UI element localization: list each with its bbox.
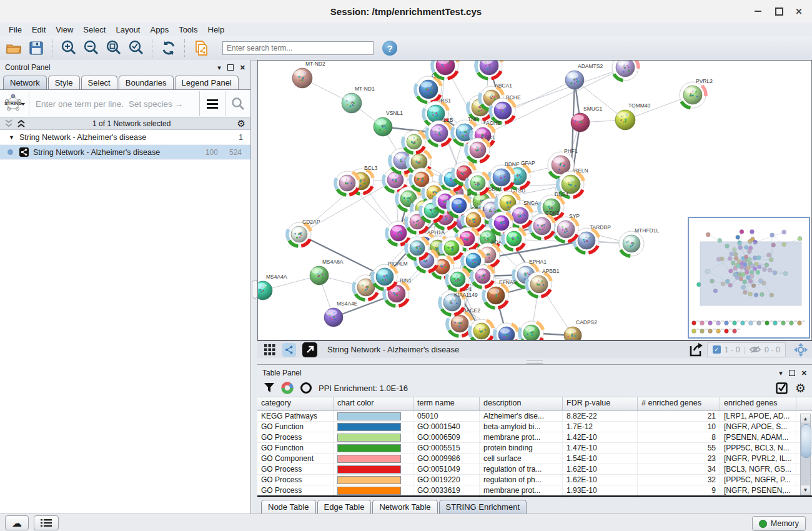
column-header-enriched-genes[interactable]: enriched genes: [720, 397, 796, 410]
network-node-ms4a6a[interactable]: MS4A6A: [310, 259, 344, 285]
float-panel-icon[interactable]: [227, 64, 234, 71]
network-node-tomm40[interactable]: TOMM40: [615, 102, 651, 130]
string-query-input[interactable]: Enter one term per line.: [29, 99, 129, 109]
close-button[interactable]: ✕: [791, 5, 807, 17]
network-node[interactable]: [447, 268, 469, 290]
memory-button[interactable]: Memory: [752, 516, 806, 531]
table-settings-gear-icon[interactable]: ⚙: [795, 381, 806, 395]
export-network-button[interactable]: [687, 341, 705, 359]
enrichment-row[interactable]: GO FunctionGO:0005515protein binding1.47…: [257, 443, 812, 454]
birds-eye-view[interactable]: [688, 217, 810, 339]
set-species-hint[interactable]: Set species →: [129, 99, 199, 109]
open-file-button[interactable]: [5, 39, 22, 57]
menu-select[interactable]: Select: [78, 24, 111, 36]
table-panel-menu-icon[interactable]: ▾: [779, 369, 783, 377]
menu-layout[interactable]: Layout: [111, 24, 145, 36]
table-float-icon[interactable]: [789, 370, 795, 376]
table-tab-edge-table[interactable]: Edge Table: [317, 500, 372, 514]
column-header-category[interactable]: category: [257, 397, 334, 410]
task-history-button[interactable]: [34, 515, 59, 530]
tab-legend-panel[interactable]: Legend Panel: [175, 76, 239, 89]
enrichment-row[interactable]: GO ComponentGO:0009986cell surface1.54E-…: [257, 454, 812, 464]
close-panel-icon[interactable]: ✕: [240, 64, 245, 72]
network-node[interactable]: [472, 265, 494, 287]
zoom-selected-button[interactable]: [127, 39, 145, 57]
grid-view-button[interactable]: [261, 341, 279, 359]
table-scrollbar[interactable]: ▲ ▼: [800, 414, 811, 495]
refresh-network-button[interactable]: [160, 39, 177, 57]
network-node[interactable]: [467, 172, 489, 194]
string-options-button[interactable]: [199, 91, 225, 116]
menu-view[interactable]: View: [51, 24, 78, 36]
column-header-fdr-p-value[interactable]: FDR p-value: [563, 397, 638, 410]
network-node-vsnl1[interactable]: VSNL1: [374, 110, 403, 136]
tab-select[interactable]: Select: [81, 76, 117, 89]
scrollbar-thumb[interactable]: [801, 424, 811, 458]
network-node[interactable]: [520, 321, 543, 340]
network-node[interactable]: [335, 171, 359, 195]
menu-help[interactable]: Help: [203, 24, 230, 36]
tab-style[interactable]: Style: [48, 76, 80, 89]
panel-menu-icon[interactable]: ▾: [217, 64, 221, 72]
menu-file[interactable]: File: [4, 24, 27, 36]
network-node-tardbp[interactable]: TARDBP: [574, 224, 611, 253]
enrichment-row[interactable]: GO ProcessGO:0019220regulation of ph...1…: [257, 475, 812, 485]
network-node[interactable]: [612, 61, 638, 81]
menu-edit[interactable]: Edit: [27, 24, 51, 36]
network-node-pvrl2[interactable]: PVRL2: [680, 78, 713, 108]
table-tab-network-table[interactable]: Network Table: [372, 500, 437, 514]
network-options-gear-icon[interactable]: ⚙: [237, 118, 245, 129]
ring-chart-icon[interactable]: [300, 382, 312, 394]
network-node[interactable]: [406, 237, 428, 259]
expand-all-icon[interactable]: [16, 119, 26, 128]
birdseye-viewport[interactable]: [700, 242, 801, 305]
detach-view-button[interactable]: [302, 342, 317, 357]
maximize-button[interactable]: [771, 5, 787, 17]
network-node[interactable]: [503, 227, 525, 250]
menu-tools[interactable]: Tools: [174, 24, 202, 36]
column-header-term-name[interactable]: term name: [413, 397, 480, 410]
column-header-chart-color[interactable]: chart color: [334, 397, 413, 410]
network-node-mt-nd1[interactable]: MT-ND1: [342, 86, 375, 113]
chart-donut-icon[interactable]: [281, 382, 294, 394]
string-search-button[interactable]: [225, 91, 250, 116]
tab-boundaries[interactable]: Boundaries: [119, 76, 174, 89]
enrichment-row[interactable]: GO ProcessGO:0051049regulation of tra...…: [257, 464, 812, 475]
network-node[interactable]: [495, 323, 518, 340]
tab-network[interactable]: Network: [3, 76, 47, 89]
network-node-smug1[interactable]: SMUG1: [571, 106, 603, 132]
help-button[interactable]: ?: [382, 41, 397, 56]
network-row-selected[interactable]: String Network - Alzheimer's disease 100…: [0, 145, 250, 160]
automation-status-button[interactable]: ☁: [5, 515, 29, 530]
search-input[interactable]: [222, 41, 374, 55]
select-columns-icon[interactable]: [776, 382, 788, 394]
table-close-icon[interactable]: ✕: [801, 369, 807, 377]
enrichment-row[interactable]: GO FunctionGO:0001540beta-amyloid bi...1…: [257, 422, 812, 432]
scroll-up-icon[interactable]: ▲: [801, 414, 810, 424]
network-node[interactable]: [470, 319, 493, 340]
network-canvas[interactable]: MT-ND2MT-ND1VSNL1GAB2ADAMTS2PVRL2TOMM40S…: [257, 60, 812, 340]
network-node-ms4a4a[interactable]: MS4A4A: [258, 274, 287, 300]
network-node-adamts2[interactable]: ADAMTS2: [565, 63, 603, 89]
collapse-all-icon[interactable]: [4, 119, 14, 128]
zoom-in-button[interactable]: [60, 39, 77, 57]
column-header-description[interactable]: description: [480, 397, 563, 410]
table-tab-node-table[interactable]: Node Table: [261, 500, 316, 514]
network-node-mt-nd2[interactable]: MT-ND2: [292, 61, 325, 88]
zoom-fit-button[interactable]: [105, 39, 122, 57]
birdseye-toggle-button[interactable]: [792, 341, 810, 359]
save-session-button[interactable]: [27, 39, 45, 57]
string-view-button[interactable]: [282, 343, 296, 357]
scroll-down-icon[interactable]: ▼: [801, 485, 810, 495]
tree-expand-icon[interactable]: ▼: [9, 134, 14, 141]
clone-network-button[interactable]: [192, 39, 210, 57]
zoom-out-button[interactable]: [82, 39, 100, 57]
network-node[interactable]: [432, 61, 458, 79]
horizontal-splitter[interactable]: [257, 358, 812, 364]
network-node[interactable]: [403, 131, 425, 153]
minimize-button[interactable]: [750, 5, 766, 17]
menu-apps[interactable]: Apps: [146, 24, 174, 36]
network-collection-row[interactable]: ▼ String Network - Alzheimer's disease 1: [0, 130, 250, 145]
network-node[interactable]: [476, 61, 502, 79]
network-node-mthfd1l[interactable]: MTHFD1L: [619, 227, 659, 256]
